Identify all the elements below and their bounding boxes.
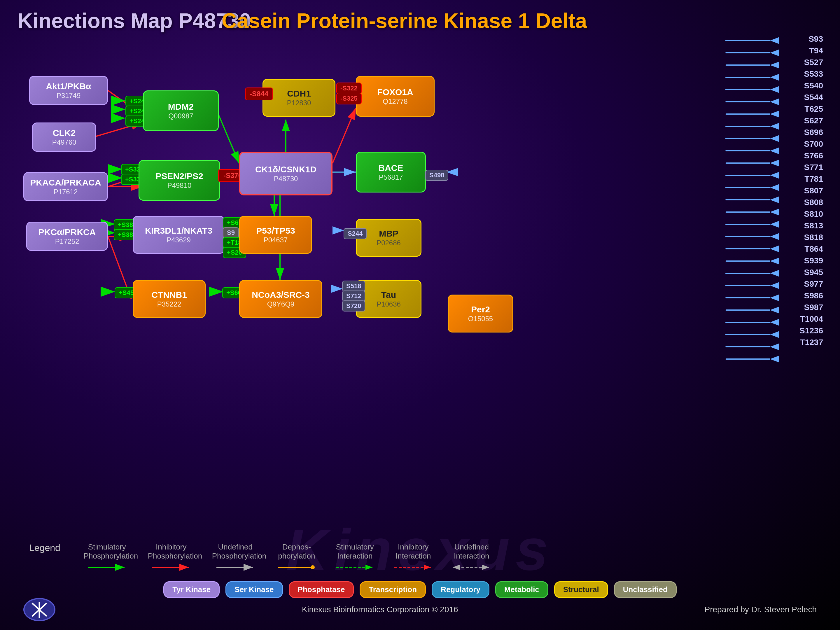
- akt1-id: P31749: [57, 92, 81, 100]
- pkca-node[interactable]: PKCα/PRKCA P17252: [26, 222, 108, 251]
- legend-inhibitory-phospho-label: InhibitoryPhosphorylation: [148, 543, 194, 561]
- s720-label: S720: [342, 300, 365, 311]
- legend-inhibitory-phospho: InhibitoryPhosphorylation: [148, 543, 194, 572]
- legend-undefined-phospho-label: UndefinedPhosphorylation: [212, 543, 259, 561]
- s325-label: -S325: [336, 93, 362, 104]
- mdm2-node[interactable]: MDM2 Q00987: [143, 90, 219, 131]
- substrate-s527: S527: [799, 58, 823, 67]
- p53-name: P53/TP53: [256, 226, 295, 236]
- legend-inhibitory-interact: InhibitoryInteraction: [393, 543, 434, 572]
- substrate-t1004: T1004: [799, 314, 823, 324]
- substrate-s977: S977: [799, 279, 823, 289]
- substrate-s544: S544: [799, 93, 823, 102]
- clk2-name: CLK2: [53, 128, 76, 138]
- psen2-id: P49810: [167, 182, 192, 190]
- svg-line-22: [219, 115, 239, 163]
- pkca-id: P17252: [55, 237, 79, 246]
- clk2-node[interactable]: CLK2 P49760: [32, 123, 96, 152]
- bace-node[interactable]: BACE P56817: [356, 152, 426, 193]
- ctnnb1-node[interactable]: CTNNB1 P35222: [133, 280, 205, 318]
- substrate-t864: T864: [799, 245, 823, 254]
- p53-id: P04637: [264, 236, 288, 245]
- s518-label: S518: [342, 281, 365, 292]
- p53-node[interactable]: P53/TP53 P04637: [239, 216, 312, 254]
- pkaca-node[interactable]: PKACA/PRKACA P17612: [23, 172, 108, 201]
- substrate-s808: S808: [799, 198, 823, 207]
- key-ser-kinase: Ser Kinase: [226, 581, 283, 598]
- ncoa3-name: NCoA3/SRC-3: [252, 290, 309, 300]
- legend-undefined-interact-label: UndefinedInteraction: [454, 543, 489, 561]
- bace-name: BACE: [378, 163, 403, 173]
- substrate-s813: S813: [799, 221, 823, 231]
- substrate-s818: S818: [799, 233, 823, 242]
- substrate-t781: T781: [799, 174, 823, 184]
- legend-stimulatory-phospho-label: StimulatoryPhosphorylation: [84, 543, 130, 561]
- tau-id: P10636: [377, 300, 401, 309]
- clk2-id: P49760: [52, 138, 76, 147]
- substrate-s533: S533: [799, 69, 823, 79]
- substrate-s771: S771: [799, 163, 823, 172]
- map-title: Kinections Map P48730: [17, 9, 251, 33]
- akt1-name: Akt1/PKBα: [46, 81, 91, 92]
- substrate-t1237: T1237: [799, 338, 823, 347]
- key-phosphatase: Phosphatase: [289, 581, 354, 598]
- legend-stimulatory-interact-label: StimulatoryInteraction: [336, 543, 374, 561]
- s712-label: S712: [342, 291, 365, 302]
- substrate-s810: S810: [799, 209, 823, 219]
- substrate-s986: S986: [799, 291, 823, 300]
- legend-stimulatory-interact: StimulatoryInteraction: [335, 543, 375, 572]
- legend-undefined-phospho: UndefinedPhosphorylation: [212, 543, 259, 572]
- p53-s9-label: S9: [223, 227, 239, 238]
- mdm2-id: Q00987: [168, 112, 193, 120]
- kir3dl1-node[interactable]: KIR3DL1/NKAT3 P43629: [133, 216, 224, 254]
- footer-prepared-by: Prepared by Dr. Steven Pelech: [705, 605, 817, 614]
- ncoa3-node[interactable]: NCoA3/SRC-3 Q9Y6Q9: [239, 280, 322, 318]
- ncoa3-id: Q9Y6Q9: [267, 300, 294, 309]
- legend-stimulatory-phospho: StimulatoryPhosphorylation: [84, 543, 130, 572]
- tau-node[interactable]: Tau P10636: [356, 280, 422, 318]
- substrate-t94: T94: [799, 46, 823, 55]
- color-key: Tyr Kinase Ser Kinase Phosphatase Transc…: [0, 581, 840, 598]
- footer: Kinexus Bioinformatics Corporation © 201…: [0, 598, 840, 621]
- substrate-s696: S696: [799, 128, 823, 137]
- mbp-id: P02686: [377, 239, 401, 247]
- mbp-name: MBP: [379, 228, 398, 239]
- key-unclassified: Unclassified: [614, 581, 677, 598]
- substrate-s700: S700: [799, 139, 823, 149]
- substrate-s766: S766: [799, 151, 823, 160]
- pkaca-name: PKACA/PRKACA: [30, 177, 101, 188]
- key-transcription: Transcription: [360, 581, 426, 598]
- akt1-node[interactable]: Akt1/PKBα P31749: [29, 76, 108, 105]
- substrate-s987: S987: [799, 303, 823, 312]
- ck1d-node[interactable]: CK1δ/CSNK1D P48730: [239, 152, 333, 196]
- s244-label: S244: [344, 228, 366, 239]
- substrate-s540: S540: [799, 81, 823, 90]
- legend-area: Legend StimulatoryPhosphorylation Inhibi…: [0, 543, 840, 572]
- psen2-name: PSEN2/PS2: [155, 171, 203, 182]
- tau-name: Tau: [381, 290, 396, 300]
- pkca-name: PKCα/PRKCA: [38, 227, 96, 237]
- mdm2-name: MDM2: [168, 101, 194, 112]
- logo: [23, 598, 55, 621]
- per2-node[interactable]: Per2 O15055: [448, 295, 513, 333]
- substrate-s807: S807: [799, 186, 823, 196]
- substrate-s627: S627: [799, 116, 823, 125]
- svg-point-76: [311, 565, 315, 569]
- ck1d-id: P48730: [274, 175, 298, 183]
- kir3dl1-name: KIR3DL1/NKAT3: [145, 226, 212, 236]
- cdh1-name: CDH1: [287, 88, 311, 99]
- psen2-node[interactable]: PSEN2/PS2 P49810: [139, 160, 220, 201]
- foxo1a-name: FOXO1A: [377, 87, 413, 98]
- foxo1a-id: Q12778: [383, 98, 407, 106]
- s498-label: S498: [425, 170, 448, 181]
- legend-dephos: Dephos-phorylation: [276, 543, 317, 572]
- s844-label: -S844: [245, 87, 273, 100]
- key-metabolic: Metabolic: [495, 581, 548, 598]
- key-structural: Structural: [554, 581, 608, 598]
- legend-title: Legend: [29, 543, 60, 553]
- foxo1a-node[interactable]: FOXO1A Q12778: [356, 76, 434, 117]
- per2-name: Per2: [471, 304, 490, 315]
- pkaca-id: P17612: [54, 188, 78, 196]
- cdh1-node[interactable]: CDH1 P12830: [262, 79, 335, 117]
- legend-inhibitory-interact-label: InhibitoryInteraction: [395, 543, 431, 561]
